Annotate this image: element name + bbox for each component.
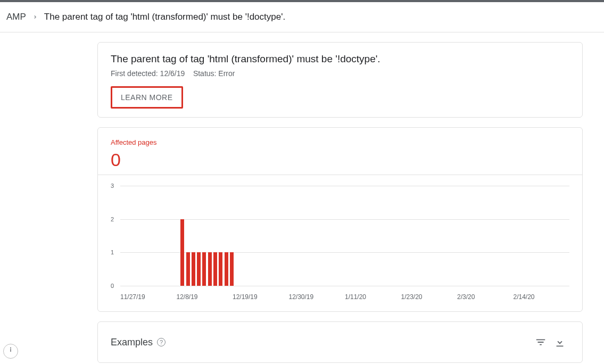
issue-meta: First detected: 12/6/19 Status: Error: [111, 69, 569, 78]
examples-title: Examples: [111, 337, 153, 348]
content: The parent tag of tag 'html (transformed…: [0, 32, 604, 363]
x-tick: 11/27/19: [120, 293, 177, 301]
filter-button[interactable]: [531, 333, 550, 352]
bar: [186, 252, 190, 286]
info-button[interactable]: [3, 344, 18, 359]
bars-container: [120, 186, 569, 286]
y-tick: 0: [111, 283, 114, 289]
download-button[interactable]: [550, 333, 569, 352]
x-tick: 12/8/19: [177, 293, 233, 301]
bar: [213, 252, 217, 286]
x-tick: 2/3/20: [457, 293, 514, 301]
examples-card: Examples ?: [97, 321, 583, 363]
bar: [230, 252, 234, 286]
x-tick: 12/19/19: [233, 293, 289, 301]
examples-header: Examples ?: [98, 322, 582, 362]
grid-line: [120, 286, 569, 286]
y-tick: 3: [111, 183, 114, 189]
x-tick: 12/30/19: [289, 293, 345, 301]
affected-section: Affected pages 0: [98, 128, 582, 175]
x-tick: 1/11/20: [345, 293, 401, 301]
issue-card: The parent tag of tag 'html (transformed…: [97, 42, 583, 118]
x-tick: 2/14/20: [514, 293, 570, 301]
x-axis-ticks: 11/27/1912/8/1912/19/1912/30/191/11/201/…: [111, 293, 569, 301]
svg-rect-1: [10, 349, 11, 352]
breadcrumb-root[interactable]: AMP: [6, 12, 26, 22]
chevron-right-icon: [32, 12, 38, 22]
bar: [180, 219, 184, 286]
first-detected-label: First detected:: [111, 69, 158, 78]
affected-pages-card: Affected pages 0 0123 11/27/1912/8/1912/…: [97, 127, 583, 312]
learn-more-button[interactable]: LEARN MORE: [112, 88, 181, 107]
help-icon[interactable]: ?: [157, 338, 166, 346]
first-detected-value: 12/6/19: [160, 69, 185, 78]
x-tick: 1/23/20: [401, 293, 458, 301]
bar-chart: 0123: [111, 186, 569, 286]
card-header: The parent tag of tag 'html (transformed…: [98, 43, 582, 117]
bar: [225, 252, 228, 286]
bar: [219, 252, 222, 286]
bar: [208, 252, 212, 286]
learn-more-highlight: LEARN MORE: [111, 86, 183, 109]
bar: [202, 252, 206, 286]
issue-title: The parent tag of tag 'html (transformed…: [111, 53, 569, 65]
affected-count: 0: [111, 150, 569, 170]
status-value: Error: [218, 69, 235, 78]
breadcrumb-title: The parent tag of tag 'html (transformed…: [44, 12, 285, 22]
bar: [197, 252, 201, 286]
breadcrumb: AMP The parent tag of tag 'html (transfo…: [0, 2, 604, 32]
status-label: Status:: [193, 69, 217, 78]
y-tick: 1: [111, 249, 114, 255]
chart-wrap: 0123 11/27/1912/8/1912/19/1912/30/191/11…: [98, 175, 582, 311]
svg-point-0: [10, 348, 11, 349]
bar: [192, 252, 195, 286]
affected-label: Affected pages: [111, 138, 569, 146]
y-tick: 2: [111, 216, 114, 222]
